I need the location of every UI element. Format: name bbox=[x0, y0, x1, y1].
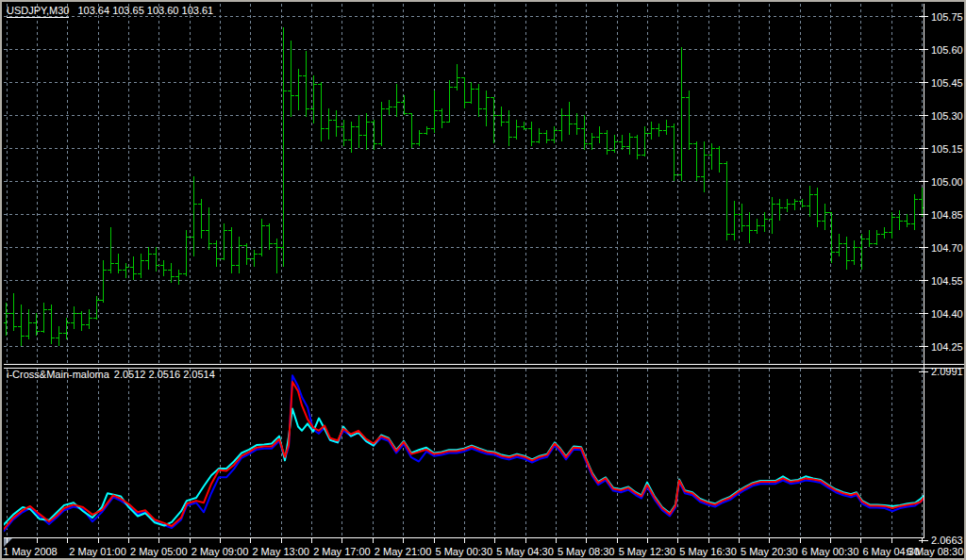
ohlc-bar bbox=[814, 188, 821, 227]
time-axis-label: 5 May 16:30 bbox=[679, 546, 737, 557]
ohlc-bar bbox=[678, 47, 685, 182]
time-axis-label: 2 May 17:00 bbox=[313, 546, 371, 557]
ohlc-bar bbox=[10, 293, 17, 331]
time-axis-label: 5 May 20:30 bbox=[741, 546, 798, 557]
ohlc-bar bbox=[701, 141, 708, 192]
ohlc-bar bbox=[168, 263, 175, 283]
ohlc-bar bbox=[566, 102, 573, 135]
price-axis-label: 104.40 bbox=[931, 308, 963, 320]
ohlc-values: 103.64 103.65 103.60 103.61 bbox=[77, 5, 213, 16]
time-axis-label: 6 May 00:30 bbox=[802, 546, 859, 557]
ohlc-bar bbox=[333, 110, 340, 137]
ohlc-bar bbox=[424, 126, 430, 135]
chart-window: 105.75105.60105.45105.30105.15105.00104.… bbox=[0, 0, 966, 560]
ohlc-bar bbox=[145, 247, 152, 269]
ohlc-bar bbox=[536, 128, 542, 143]
ohlc-bar bbox=[866, 230, 873, 248]
ohlc-bar bbox=[648, 122, 655, 140]
ohlc-bar bbox=[686, 91, 692, 150]
price-pane-grid bbox=[4, 4, 924, 363]
time-axis-label: 2 May 05:00 bbox=[130, 546, 188, 557]
ohlc-bar bbox=[641, 126, 648, 157]
ohlc-bar bbox=[3, 303, 9, 336]
pane-separators[interactable] bbox=[4, 4, 966, 547]
cyan-line bbox=[4, 409, 932, 526]
indicator-values: 2.0512 2.0516 2.0514 bbox=[114, 369, 215, 380]
ohlc-bar bbox=[611, 135, 618, 153]
ohlc-bar bbox=[401, 95, 408, 115]
blue-line bbox=[4, 375, 932, 531]
ohlc-bar bbox=[274, 239, 280, 273]
ohlc-bar bbox=[108, 227, 114, 273]
price-axis-label: 105.75 bbox=[931, 11, 963, 23]
ohlc-bar bbox=[791, 199, 798, 210]
ohlc-bar bbox=[115, 254, 122, 273]
time-axis-label: 5 May 08:30 bbox=[558, 546, 615, 557]
ohlc-bar bbox=[468, 82, 475, 104]
ohlc-bar bbox=[303, 51, 309, 117]
time-axis[interactable]: 1 May 20082 May 01:002 May 05:002 May 09… bbox=[3, 538, 963, 557]
ohlc-bar bbox=[671, 124, 677, 181]
ohlc-bar bbox=[454, 64, 460, 91]
ohlc-bar bbox=[589, 133, 595, 151]
ohlc-bar bbox=[221, 223, 227, 261]
ohlc-bar bbox=[754, 219, 760, 234]
ohlc-bar bbox=[371, 120, 377, 151]
ohlc-bar bbox=[581, 115, 588, 150]
price-axis-label: 105.00 bbox=[931, 176, 963, 188]
chart-title: USDJPY,M30103.64 103.65 103.60 103.61 bbox=[7, 5, 213, 17]
ohlc-bar bbox=[86, 309, 92, 329]
time-axis-label: 2 May 21:00 bbox=[375, 546, 432, 557]
ohlc-bar bbox=[498, 107, 505, 126]
price-axis-label: 105.30 bbox=[931, 110, 963, 122]
ohlc-bar bbox=[78, 311, 85, 331]
time-axis-label: 1 May 2008 bbox=[3, 546, 57, 557]
ohlc-bar bbox=[48, 305, 55, 344]
ohlc-bar bbox=[416, 130, 423, 145]
ohlc-bar bbox=[258, 219, 265, 256]
ohlc-bar bbox=[896, 210, 903, 230]
ohlc-bar bbox=[386, 100, 392, 115]
ohlc-bar bbox=[634, 135, 641, 159]
time-axis-label: 5 May 04:30 bbox=[496, 546, 554, 557]
ohlc-bar bbox=[596, 126, 603, 144]
time-axis-label: 5 May 12:30 bbox=[619, 546, 676, 557]
price-axis-label: 105.15 bbox=[931, 143, 963, 155]
ohlc-bar bbox=[739, 204, 745, 232]
ohlc-bar bbox=[160, 260, 167, 275]
ohlc-bar bbox=[408, 113, 415, 148]
ohlc-bar bbox=[191, 176, 197, 255]
ohlc-bar bbox=[574, 113, 580, 135]
indicator-pane[interactable] bbox=[4, 375, 936, 531]
time-axis-label: 2 May 13:00 bbox=[252, 546, 309, 557]
ohlc-bar bbox=[693, 141, 700, 181]
time-axis-label: 2 May 01:00 bbox=[69, 546, 126, 557]
ohlc-bar bbox=[769, 197, 775, 235]
ohlc-bar bbox=[784, 199, 791, 212]
ohlc-bar bbox=[881, 227, 888, 239]
ohlc-bar bbox=[206, 207, 212, 249]
price-axis-label: 104.70 bbox=[931, 242, 963, 254]
ohlc-bar bbox=[761, 212, 768, 232]
ohlc-bar bbox=[491, 97, 497, 143]
ohlc-bar bbox=[911, 194, 918, 229]
ohlc-bar bbox=[33, 313, 40, 335]
ohlc-bar bbox=[528, 122, 535, 146]
ohlc-bar bbox=[822, 204, 828, 230]
ohlc-bar bbox=[71, 306, 77, 328]
ohlc-bar bbox=[716, 146, 723, 173]
ohlc-bar bbox=[175, 270, 182, 285]
ohlc-bar bbox=[439, 108, 445, 128]
ohlc-bar bbox=[656, 124, 662, 137]
ohlc-bar bbox=[56, 326, 62, 346]
ohlc-bar bbox=[198, 199, 205, 239]
price-axis-label: 104.85 bbox=[931, 209, 963, 221]
ohlc-bar bbox=[724, 161, 730, 240]
ohlc-bar bbox=[731, 201, 738, 240]
price-axis[interactable]: 105.75105.60105.45105.30105.15105.00104.… bbox=[919, 11, 963, 547]
ohlc-bar bbox=[130, 256, 137, 281]
ohlc-bar bbox=[475, 84, 482, 117]
time-axis-label: 6 May 08:30 bbox=[907, 546, 964, 557]
ohlc-bar bbox=[889, 212, 895, 239]
ohlc-bar bbox=[393, 84, 400, 117]
